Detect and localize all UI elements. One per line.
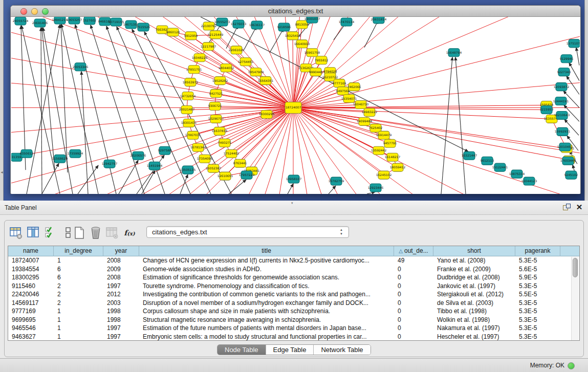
graph-node[interactable]: 11568629 bbox=[52, 155, 68, 163]
column-header-year[interactable]: year bbox=[103, 246, 139, 256]
graph-node[interactable]: 9990448 bbox=[309, 68, 323, 76]
graph-node[interactable]: 9227343 bbox=[557, 68, 571, 76]
graph-node[interactable]: 12923446 bbox=[368, 184, 384, 192]
graph-node[interactable]: 13505135 bbox=[180, 166, 196, 174]
graph-node[interactable]: 16961758 bbox=[304, 49, 320, 57]
tab-node-table[interactable]: Node Table bbox=[217, 345, 266, 355]
graph-node[interactable]: 12125449 bbox=[208, 31, 224, 39]
graph-node[interactable]: 11451944 bbox=[147, 162, 163, 170]
graph-node[interactable]: 12610651 bbox=[217, 172, 233, 180]
graph-node[interactable]: 12754451 bbox=[238, 58, 254, 66]
graph-node[interactable]: 16245102 bbox=[376, 171, 392, 179]
graph-node[interactable]: 7493271 bbox=[218, 139, 232, 147]
column-header-out_de[interactable]: △out_de... bbox=[394, 246, 433, 256]
graph-node[interactable]: 15354071 bbox=[341, 95, 357, 103]
graph-node[interactable]: 12942757 bbox=[102, 160, 118, 168]
graph-node[interactable]: 18301431 bbox=[181, 119, 197, 127]
graph-node[interactable]: 15122441 bbox=[492, 163, 508, 171]
graph-node[interactable]: 18300295 bbox=[259, 110, 275, 118]
table-row[interactable]: 969969511998Structural magnetic resonanc… bbox=[8, 316, 579, 324]
graph-node[interactable]: 17867031 bbox=[185, 131, 201, 139]
graph-node[interactable]: 12217987 bbox=[201, 42, 216, 51]
graph-node[interactable]: 10719155 bbox=[108, 18, 124, 26]
table-row[interactable]: 977716911998Corpus callosum shape and si… bbox=[8, 307, 579, 316]
graph-node[interactable]: 8427521 bbox=[209, 90, 223, 98]
graph-node[interactable]: 18059412 bbox=[390, 163, 406, 171]
graph-node[interactable]: 16648794 bbox=[446, 49, 462, 57]
graph-node[interactable]: 19028282 bbox=[212, 77, 228, 85]
new-document-button[interactable] bbox=[72, 226, 86, 240]
graph-node[interactable]: 16640910 bbox=[294, 40, 310, 48]
table-row[interactable]: 1830029562008Estimation of significance … bbox=[8, 273, 579, 282]
graph-node[interactable]: 10555273 bbox=[214, 18, 230, 26]
graph-node[interactable]: 7955812 bbox=[315, 56, 329, 64]
graph-node[interactable]: 16046730 bbox=[353, 101, 369, 109]
graph-node[interactable]: 17603441 bbox=[560, 157, 576, 165]
graph-node[interactable]: 18724007 bbox=[285, 102, 301, 114]
graph-node[interactable]: 9245102 bbox=[564, 171, 578, 179]
graph-node[interactable]: 17354096 bbox=[197, 155, 213, 163]
tab-edge-table[interactable]: Edge Table bbox=[266, 345, 314, 355]
window-titlebar[interactable]: citations_edges.txt bbox=[11, 6, 580, 17]
graph-node[interactable]: 16210643 bbox=[554, 111, 570, 119]
graph-node[interactable]: 20053346 bbox=[73, 63, 89, 71]
graph-node[interactable]: 16564351 bbox=[258, 77, 274, 85]
table-row[interactable]: 1456911722003Disruption of a novel membe… bbox=[8, 299, 579, 308]
graph-node[interactable]: 16048223 bbox=[192, 54, 208, 62]
graph-node[interactable]: 3215953 bbox=[540, 105, 554, 114]
graph-node[interactable]: 10875334 bbox=[509, 170, 525, 178]
scrollbar-thumb[interactable] bbox=[573, 258, 578, 277]
graph-node[interactable]: 14983222 bbox=[362, 108, 378, 116]
graph-node[interactable]: 19001037 bbox=[304, 17, 320, 23]
graph-node[interactable]: 16781344 bbox=[190, 143, 206, 151]
graph-node[interactable]: 9129946 bbox=[560, 55, 574, 63]
graph-node[interactable]: 10958107 bbox=[286, 175, 302, 183]
graph-node[interactable]: 18325419 bbox=[285, 32, 301, 40]
graph-node[interactable]: 8350612 bbox=[20, 149, 34, 158]
graph-node[interactable]: 15992931 bbox=[555, 127, 571, 136]
graph-node[interactable]: 16044123 bbox=[521, 177, 537, 185]
table-row[interactable]: 911546021997Tourette syndrome. Phenomeno… bbox=[8, 282, 579, 291]
graph-node[interactable]: 5912954 bbox=[184, 32, 198, 40]
column-header-name[interactable]: name bbox=[8, 246, 54, 256]
table-row[interactable]: 1938455462009Genome-wide association stu… bbox=[8, 265, 579, 274]
graph-node[interactable]: 15751074 bbox=[567, 39, 580, 48]
graph-node[interactable]: 18044012 bbox=[219, 64, 234, 72]
graph-node[interactable]: 9457791 bbox=[383, 139, 397, 147]
splitter-grip-icon[interactable]: ▾ bbox=[291, 201, 293, 205]
column-header-in_degree[interactable]: in_degree bbox=[54, 246, 103, 256]
graph-node[interactable]: 20831814 bbox=[371, 17, 387, 24]
table-settings-button[interactable] bbox=[9, 226, 23, 240]
select-columns-button[interactable] bbox=[43, 226, 58, 240]
show-columns-button[interactable] bbox=[26, 226, 40, 240]
function-builder-button[interactable]: f(x) bbox=[122, 226, 137, 240]
float-window-icon[interactable] bbox=[563, 204, 571, 211]
graph-node[interactable]: 15276033 bbox=[231, 20, 247, 28]
graph-node[interactable]: 9860128 bbox=[166, 28, 180, 36]
graph-node[interactable]: 10653257 bbox=[67, 17, 82, 24]
graph-node[interactable]: 20691406 bbox=[32, 19, 48, 27]
graph-node[interactable]: 11637834 bbox=[212, 127, 228, 135]
graph-node[interactable]: 9297588 bbox=[158, 146, 172, 155]
table-row[interactable]: 946362711997Embryonic stem cells: a mode… bbox=[8, 333, 579, 341]
graph-node[interactable]: 18563972 bbox=[183, 78, 199, 86]
network-canvas[interactable]: 7663822986012859129541212544912217987160… bbox=[11, 17, 580, 194]
graph-node[interactable]: 7515526 bbox=[137, 23, 150, 31]
graph-node[interactable]: 17851751 bbox=[186, 65, 202, 74]
graph-node[interactable]: 16321447 bbox=[462, 151, 477, 160]
column-header-title[interactable]: title bbox=[139, 246, 394, 256]
graph-node[interactable]: 16782759 bbox=[329, 177, 344, 185]
collapse-handle-icon[interactable]: ◂ bbox=[0, 169, 4, 176]
graph-node[interactable]: 14099484 bbox=[357, 117, 373, 125]
graph-node[interactable]: 9777169 bbox=[333, 79, 346, 87]
graph-node[interactable]: 12010451 bbox=[557, 143, 573, 151]
graph-node[interactable]: 8763441 bbox=[233, 159, 247, 167]
graph-node[interactable]: 16148217 bbox=[385, 153, 401, 161]
graph-node[interactable]: 20206576 bbox=[130, 151, 146, 160]
table-selector-dropdown[interactable]: citations_edges.txt ▲▼ bbox=[146, 226, 349, 238]
graph-node[interactable]: 17524402 bbox=[224, 149, 239, 158]
graph-node[interactable]: 9306721 bbox=[208, 102, 222, 111]
tab-network-table[interactable]: Network Table bbox=[314, 345, 370, 355]
delete-table-button[interactable] bbox=[89, 226, 103, 240]
graph-node[interactable]: 12444191 bbox=[553, 97, 569, 105]
